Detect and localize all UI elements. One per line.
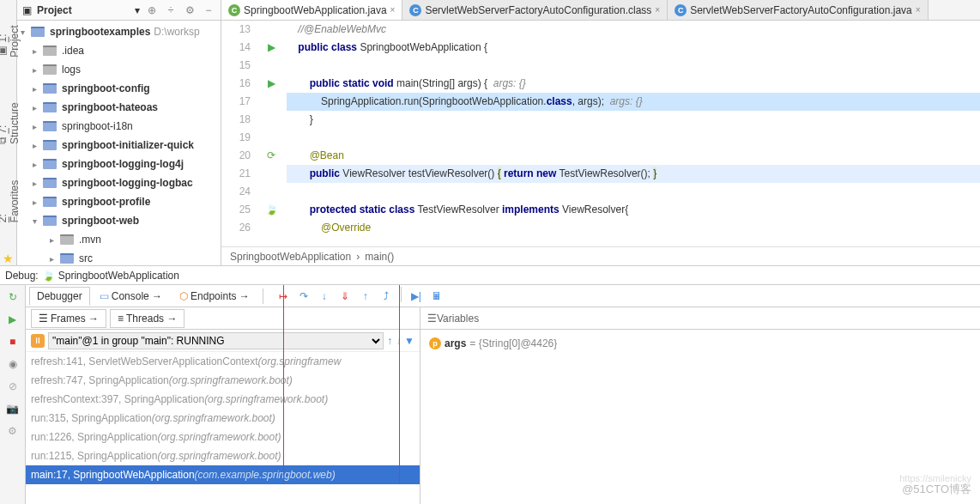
step-out-button[interactable]: ↑ bbox=[356, 287, 375, 306]
stop-button[interactable]: ■ bbox=[4, 333, 21, 350]
annotation-line bbox=[283, 285, 284, 484]
tree-item[interactable]: ▸springboot-i18n bbox=[17, 117, 221, 136]
step-over-button[interactable]: ↷ bbox=[294, 287, 313, 306]
variable-row[interactable]: p args = {String[0]@4426} bbox=[429, 335, 971, 352]
evaluate-button[interactable]: 🖩 bbox=[427, 287, 446, 306]
force-step-into-button[interactable]: ⇓ bbox=[336, 287, 354, 306]
debug-panel: Debug: 🍃 SpringbootWebApplication ↻ ▶ ■ … bbox=[0, 266, 980, 504]
filter-button[interactable]: ▼ bbox=[404, 335, 414, 347]
tree-item[interactable]: ▾springbootexamplesD:\worksp bbox=[17, 22, 221, 41]
stack-frame[interactable]: refresh:141, ServletWebServerApplication… bbox=[26, 352, 420, 371]
frame-list: refresh:141, ServletWebServerApplication… bbox=[26, 352, 420, 504]
side-tab-bar: ▣ 1: Project ⧉ 7: Structure 2: Favorites… bbox=[0, 0, 17, 265]
dropdown-icon[interactable]: ▾ bbox=[135, 4, 140, 16]
stack-frame[interactable]: run:1226, SpringApplication (org.springf… bbox=[26, 428, 420, 446]
debug-config-icon: 🍃 bbox=[42, 270, 55, 282]
tree-item[interactable]: ▸springboot-logging-log4j bbox=[17, 155, 221, 173]
editor-tab[interactable]: CSpringbootWebApplication.java× bbox=[221, 0, 402, 20]
variables-body: p args = {String[0]@4426} bbox=[420, 330, 980, 504]
settings-button[interactable]: ⚙ bbox=[4, 422, 21, 440]
stack-frame[interactable]: run:315, SpringApplication (org.springfr… bbox=[26, 409, 420, 428]
debug-toolbar: ↻ ▶ ■ ◉ ⊘ 📷 ⚙ bbox=[0, 285, 26, 504]
tab-project[interactable]: ▣ 1: Project bbox=[0, 4, 22, 61]
breadcrumb-method[interactable]: main() bbox=[365, 251, 394, 263]
tree-item[interactable]: ▸springboot-initializer-quick bbox=[17, 136, 221, 155]
thread-select[interactable]: "main"@1 in group "main": RUNNING bbox=[48, 332, 384, 349]
tree-item[interactable]: ▸springboot-logging-logbac bbox=[17, 173, 221, 192]
editor-tab[interactable]: CServletWebServerFactoryAutoConfiguratio… bbox=[668, 0, 928, 20]
tree-item[interactable]: ▸src bbox=[17, 249, 221, 265]
variables-header: ☰ Variables bbox=[420, 307, 980, 330]
variables-panel: ☰ Variables p args = {String[0]@4426} bbox=[420, 307, 980, 504]
gear-icon[interactable]: ⚙ bbox=[183, 3, 197, 17]
tree-item[interactable]: ▸springboot-config bbox=[17, 79, 221, 98]
editor-tabs: CSpringbootWebApplication.java×CServletW… bbox=[221, 0, 980, 21]
resume-button[interactable]: ▶ bbox=[4, 311, 21, 328]
line-gutter: 131415161718192021242526 bbox=[221, 21, 256, 246]
tree-item[interactable]: ▸logs bbox=[17, 60, 221, 79]
hide-icon[interactable]: − bbox=[202, 3, 215, 17]
tab-endpoints[interactable]: ⬡Endpoints → bbox=[172, 287, 257, 306]
drop-frame-button[interactable]: ⤴ bbox=[377, 287, 396, 306]
tab-favorites[interactable]: 2: Favorites bbox=[0, 173, 22, 226]
debug-header: Debug: 🍃 SpringbootWebApplication bbox=[0, 266, 980, 285]
debug-tabs: Debugger ▭Console → ⬡Endpoints → ↦ ↷ ↓ ⇓… bbox=[26, 285, 980, 307]
frames-header: ☰Frames → ≡Threads → bbox=[26, 307, 420, 330]
debug-label: Debug: bbox=[5, 270, 39, 282]
prev-frame-button[interactable]: ↑ bbox=[387, 335, 392, 347]
annotation-line bbox=[399, 285, 400, 484]
breadcrumb: SpringbootWebApplication › main() bbox=[221, 246, 980, 265]
code-area: 131415161718192021242526 ▶▶⟳🍃 //@EnableW… bbox=[221, 21, 980, 246]
project-icon: ▣ bbox=[22, 4, 32, 16]
thread-badge-icon: ⏸ bbox=[31, 334, 45, 348]
tab-console[interactable]: ▭Console → bbox=[92, 287, 170, 306]
stack-frame[interactable]: main:17, SpringbootWebApplication (com.e… bbox=[26, 465, 420, 484]
editor-tab[interactable]: CServletWebServerFactoryAutoConfiguratio… bbox=[402, 0, 668, 20]
tree-item[interactable]: ▾springboot-web bbox=[17, 211, 221, 230]
tree-item[interactable]: ▸.idea bbox=[17, 41, 221, 60]
gutter-icons: ▶▶⟳🍃 bbox=[256, 21, 287, 246]
project-header: ▣ Project ▾ ⊕ ÷ ⚙ − bbox=[17, 0, 221, 21]
code-body[interactable]: //@EnableWebMvc public class SpringbootW… bbox=[287, 21, 980, 246]
mute-breakpoints-button[interactable]: ⊘ bbox=[4, 378, 21, 395]
threads-tab[interactable]: ≡Threads → bbox=[110, 309, 185, 328]
tree-item[interactable]: ▸springboot-hateoas bbox=[17, 98, 221, 117]
run-to-cursor-button[interactable]: ▶| bbox=[407, 287, 426, 306]
thread-dump-button[interactable]: 📷 bbox=[4, 400, 21, 417]
step-into-button[interactable]: ↓ bbox=[315, 287, 334, 306]
project-tree: ▾springbootexamplesD:\worksp▸.idea▸logs▸… bbox=[17, 21, 221, 265]
stack-frame[interactable]: refreshContext:397, SpringApplication (o… bbox=[26, 390, 420, 409]
star-icon: ★ bbox=[3, 252, 14, 265]
tree-item[interactable]: ▸.mvn bbox=[17, 230, 221, 249]
breadcrumb-class[interactable]: SpringbootWebApplication bbox=[230, 251, 351, 263]
debug-config-name: SpringbootWebApplication bbox=[58, 270, 179, 282]
select-opened-icon[interactable]: ⊕ bbox=[145, 3, 159, 17]
project-title: Project bbox=[37, 4, 130, 16]
stack-frame[interactable]: refresh:747, SpringApplication (org.spri… bbox=[26, 371, 420, 390]
editor-area: CSpringbootWebApplication.java×CServletW… bbox=[221, 0, 980, 265]
tab-debugger[interactable]: Debugger bbox=[29, 287, 90, 306]
frames-panel: ☰Frames → ≡Threads → ⏸ "main"@1 in group… bbox=[26, 307, 420, 504]
tree-item[interactable]: ▸springboot-profile bbox=[17, 192, 221, 211]
collapse-icon[interactable]: ÷ bbox=[164, 3, 178, 17]
tab-structure[interactable]: ⧉ 7: Structure bbox=[0, 87, 22, 148]
view-breakpoints-button[interactable]: ◉ bbox=[4, 355, 21, 373]
frames-tab[interactable]: ☰Frames → bbox=[31, 309, 106, 328]
rerun-button[interactable]: ↻ bbox=[4, 288, 21, 306]
thread-selector-row: ⏸ "main"@1 in group "main": RUNNING ↑ ↓ … bbox=[26, 330, 420, 352]
chevron-right-icon: › bbox=[356, 251, 360, 263]
project-panel: ▣ Project ▾ ⊕ ÷ ⚙ − ▾springbootexamplesD… bbox=[17, 0, 221, 265]
stack-frame[interactable]: run:1215, SpringApplication (org.springf… bbox=[26, 446, 420, 465]
